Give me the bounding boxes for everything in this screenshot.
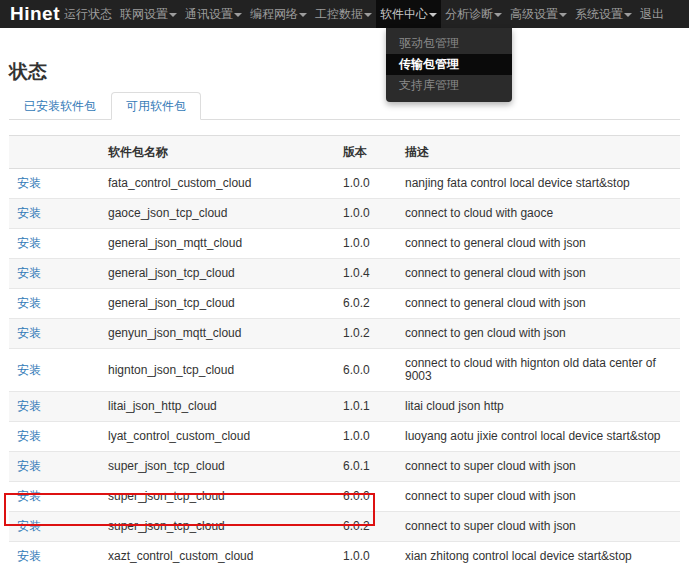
package-name: general_json_mqtt_cloud xyxy=(100,229,335,259)
package-version: 1.0.0 xyxy=(335,229,397,259)
caret-down-icon xyxy=(494,13,502,17)
caret-down-icon xyxy=(234,13,242,17)
package-version: 1.0.1 xyxy=(335,392,397,422)
nav-item-label: 编程网络 xyxy=(250,7,298,21)
nav-item-label: 高级设置 xyxy=(510,7,558,21)
page-title: 状态 xyxy=(9,28,680,82)
dropdown-item-label: 支持库管理 xyxy=(399,78,459,92)
install-link[interactable]: 安装 xyxy=(17,176,41,190)
package-version: 1.0.0 xyxy=(335,169,397,199)
install-link[interactable]: 安装 xyxy=(17,363,41,377)
software-center-dropdown: 驱动包管理 传输包管理 支持库管理 xyxy=(386,28,512,102)
dropdown-item[interactable]: 支持库管理 xyxy=(386,75,512,96)
package-description: litai cloud json http xyxy=(397,392,680,422)
table-row: 安装 litai_json_http_cloud 1.0.1 litai clo… xyxy=(9,392,680,422)
install-link[interactable]: 安装 xyxy=(17,206,41,220)
package-description: connect to gen cloud with json xyxy=(397,319,680,349)
nav-item[interactable]: 软件中心 xyxy=(376,0,441,28)
install-link[interactable]: 安装 xyxy=(17,326,41,340)
nav-item-label: 软件中心 xyxy=(380,7,428,21)
table-row: 安装 genyun_json_mqtt_cloud 1.0.2 connect … xyxy=(9,319,680,349)
nav-item[interactable]: 退出 xyxy=(636,0,668,28)
install-link[interactable]: 安装 xyxy=(17,236,41,250)
package-description: luoyang aotu jixie control local device … xyxy=(397,422,680,452)
dropdown-item[interactable]: 传输包管理 xyxy=(386,54,512,75)
table-row: 安装 super_json_tcp_cloud 6.0.1 connect to… xyxy=(9,452,680,482)
nav-item[interactable]: 联网设置 xyxy=(116,0,181,28)
table-row: 安装 general_json_mqtt_cloud 1.0.0 connect… xyxy=(9,229,680,259)
package-name: genyun_json_mqtt_cloud xyxy=(100,319,335,349)
install-link[interactable]: 安装 xyxy=(17,296,41,310)
dropdown-item-label: 驱动包管理 xyxy=(399,36,459,50)
install-link[interactable]: 安装 xyxy=(17,519,41,533)
caret-down-icon xyxy=(559,13,567,17)
table-row: 安装 super_json_tcp_cloud 6.0.0 connect to… xyxy=(9,482,680,512)
column-header-action xyxy=(9,136,100,169)
caret-down-icon xyxy=(624,13,632,17)
nav-item[interactable]: 高级设置 xyxy=(506,0,571,28)
package-description: connect to super cloud with json xyxy=(397,512,680,542)
package-version: 6.0.2 xyxy=(335,512,397,542)
package-name: lyat_control_custom_cloud xyxy=(100,422,335,452)
package-description: connect to super cloud with json xyxy=(397,452,680,482)
caret-down-icon xyxy=(364,13,372,17)
nav-item[interactable]: 系统设置 xyxy=(571,0,636,28)
caret-down-icon xyxy=(169,13,177,17)
install-link[interactable]: 安装 xyxy=(17,459,41,473)
package-name: super_json_tcp_cloud xyxy=(100,482,335,512)
nav-item[interactable]: 工控数据 xyxy=(311,0,376,28)
table-row: 安装 gaoce_json_tcp_cloud 1.0.0 connect to… xyxy=(9,199,680,229)
package-version: 1.0.0 xyxy=(335,542,397,564)
tab-label: 已安装软件包 xyxy=(24,99,96,113)
package-description: connect to general cloud with json xyxy=(397,289,680,319)
package-description: xian zhitong control local device start&… xyxy=(397,542,680,564)
package-description: connect to general cloud with json xyxy=(397,259,680,289)
package-description: connect to general cloud with json xyxy=(397,229,680,259)
tab-bar: 已安装软件包 可用软件包 xyxy=(9,92,680,120)
tab-available-packages[interactable]: 可用软件包 xyxy=(111,92,201,120)
package-name: fata_control_custom_cloud xyxy=(100,169,335,199)
package-version: 6.0.1 xyxy=(335,452,397,482)
package-name: xazt_control_custom_cloud xyxy=(100,542,335,564)
top-navbar: Hinet 运行状态 联网设置 通讯设置 编程网络 工控数据 软件中心 分析诊断… xyxy=(0,0,689,28)
nav-item-label: 通讯设置 xyxy=(185,7,233,21)
nav-item[interactable]: 运行状态 xyxy=(60,0,116,28)
package-description: nanjing fata control local device start&… xyxy=(397,169,680,199)
package-description: connect to super cloud with json xyxy=(397,482,680,512)
package-version: 1.0.0 xyxy=(335,422,397,452)
dropdown-item-label: 传输包管理 xyxy=(399,57,459,71)
package-version: 1.0.0 xyxy=(335,199,397,229)
nav-item[interactable]: 通讯设置 xyxy=(181,0,246,28)
nav-item-label: 联网设置 xyxy=(120,7,168,21)
package-version: 6.0.2 xyxy=(335,289,397,319)
install-link[interactable]: 安装 xyxy=(17,266,41,280)
column-header-name: 软件包名称 xyxy=(100,136,335,169)
column-header-version: 版本 xyxy=(335,136,397,169)
package-name: general_json_tcp_cloud xyxy=(100,259,335,289)
packages-table: 软件包名称 版本 描述 安装 fata_control_custom_cloud… xyxy=(9,135,680,564)
package-name: super_json_tcp_cloud xyxy=(100,512,335,542)
caret-down-icon xyxy=(429,13,437,17)
package-name: general_json_tcp_cloud xyxy=(100,289,335,319)
install-link[interactable]: 安装 xyxy=(17,399,41,413)
install-link[interactable]: 安装 xyxy=(17,429,41,443)
nav-item-label: 分析诊断 xyxy=(445,7,493,21)
package-version: 1.0.4 xyxy=(335,259,397,289)
tab-label: 可用软件包 xyxy=(126,99,186,113)
dropdown-item[interactable]: 驱动包管理 xyxy=(386,33,512,54)
package-name: super_json_tcp_cloud xyxy=(100,452,335,482)
column-header-description: 描述 xyxy=(397,136,680,169)
caret-down-icon xyxy=(299,13,307,17)
install-link[interactable]: 安装 xyxy=(17,489,41,503)
package-name: gaoce_json_tcp_cloud xyxy=(100,199,335,229)
install-link[interactable]: 安装 xyxy=(17,549,41,563)
nav-item[interactable]: 分析诊断 xyxy=(441,0,506,28)
table-row: 安装 general_json_tcp_cloud 1.0.4 connect … xyxy=(9,259,680,289)
tab-installed-packages[interactable]: 已安装软件包 xyxy=(9,92,111,120)
nav-item[interactable]: 编程网络 xyxy=(246,0,311,28)
package-version: 6.0.0 xyxy=(335,482,397,512)
brand-logo[interactable]: Hinet xyxy=(10,0,60,28)
package-name: hignton_json_tcp_cloud xyxy=(100,349,335,392)
table-row: 安装 xazt_control_custom_cloud 1.0.0 xian … xyxy=(9,542,680,564)
table-row: 安装 hignton_json_tcp_cloud 6.0.0 connect … xyxy=(9,349,680,392)
